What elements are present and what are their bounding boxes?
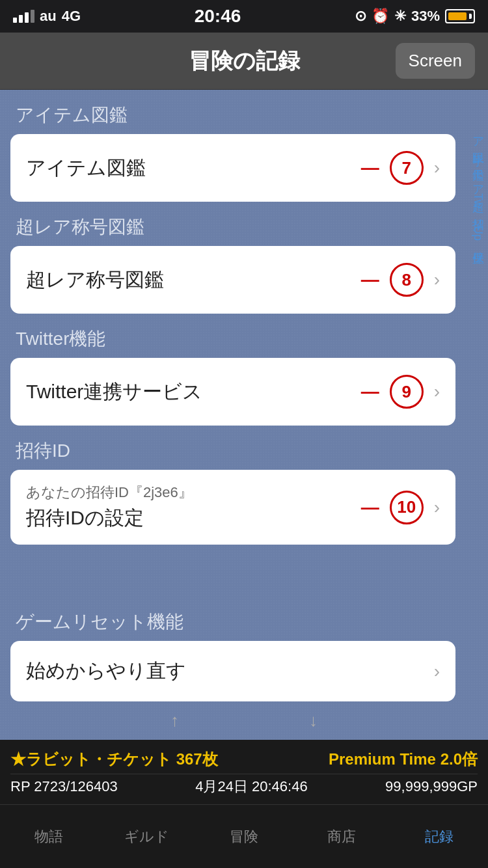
main-content: ア 限 手 レ 鑑 モ ア 超 Tw 招 リ Up 壁 保 アイテム図鑑 アイテ…: [0, 90, 488, 740]
item-zukan-badge: 7: [390, 151, 424, 185]
bottom-row1: ★ラビット・チケット 367枚 Premium Time 2.0倍: [10, 745, 478, 774]
tab-monogatari-label: 物語: [34, 827, 63, 847]
side-index-item[interactable]: ア: [469, 177, 485, 191]
reset-right: ›: [434, 661, 440, 682]
chevron-icon: ›: [434, 661, 440, 682]
scroll-arrows: ↑ ↓: [0, 707, 488, 735]
scroll-up-icon[interactable]: ↑: [170, 711, 179, 731]
status-right: ⊙ ⏰ ✳ 33%: [355, 8, 475, 25]
battery-icon: [445, 9, 475, 23]
tab-adventure[interactable]: 冒険: [195, 805, 293, 868]
battery-percent: 33%: [411, 8, 440, 25]
tab-guild[interactable]: ギルド: [98, 805, 195, 868]
section-header-invite: 招待ID: [0, 426, 488, 470]
section-header-item-zukan: アイテム図鑑: [0, 90, 488, 134]
ticket-info: ★ラビット・チケット 367枚: [10, 749, 218, 770]
list-group-item-zukan: アイテム図鑑 — 7 ›: [10, 134, 455, 202]
list-group-twitter: Twitter連携サービス — 9 ›: [10, 358, 455, 426]
list-item-twitter[interactable]: Twitter連携サービス — 9 ›: [10, 358, 455, 426]
list-item-item-zukan[interactable]: アイテム図鑑 — 7 ›: [10, 134, 455, 202]
chevron-icon: ›: [434, 381, 440, 402]
invite-title: 招待IDの設定: [26, 505, 193, 532]
list-item-rare-title[interactable]: 超レア称号図鑑 — 8 ›: [10, 246, 455, 314]
list-group-reset: 始めからやり直す ›: [10, 641, 455, 701]
nav-bar: 冒険の記録 Screen: [0, 33, 488, 90]
tab-guild-label: ギルド: [124, 827, 169, 847]
invite-dash: —: [361, 497, 379, 518]
scroll-down-icon[interactable]: ↓: [309, 711, 318, 731]
tab-shop[interactable]: 商店: [293, 805, 390, 868]
signal-bars: [13, 10, 34, 23]
status-left: au 4G: [13, 8, 81, 25]
side-index-item[interactable]: ア: [469, 129, 485, 142]
tab-monogatari[interactable]: 物語: [0, 805, 98, 868]
rare-title-badge: 8: [390, 263, 424, 297]
item-zukan-right: — 7 ›: [361, 151, 440, 185]
side-index-item[interactable]: Up: [469, 226, 485, 241]
reset-label: 始めからやり直す: [26, 658, 186, 685]
twitter-dash: —: [361, 381, 379, 402]
tab-bar: 物語 ギルド 冒険 商店 記録: [0, 804, 488, 868]
side-index-item[interactable]: レ: [469, 146, 485, 159]
lock-icon: ⊙: [355, 8, 366, 25]
tab-shop-label: 商店: [327, 827, 356, 847]
alarm-icon: ⏰: [372, 8, 389, 25]
twitter-badge: 9: [390, 375, 424, 409]
gp-info: 99,999,999GP: [385, 778, 478, 795]
list-group-rare-title: 超レア称号図鑑 — 8 ›: [10, 246, 455, 314]
clock: 20:46: [195, 6, 241, 27]
bottom-row2: RP 2723/126403 4月24日 20:46:46 99,999,999…: [10, 774, 478, 799]
date-info: 4月24日 20:46:46: [195, 777, 307, 796]
rare-title-right: — 8 ›: [361, 263, 440, 297]
invite-badge: 10: [390, 491, 424, 524]
item-zukan-dash: —: [361, 157, 379, 178]
tab-record[interactable]: 記録: [390, 805, 488, 868]
ticket-label: ★ラビット・チケット: [10, 750, 172, 768]
page-title: 冒険の記録: [189, 46, 300, 76]
section-header-rare-title: 超レア称号図鑑: [0, 202, 488, 246]
side-index-item[interactable]: リ: [469, 211, 485, 224]
list-item-reset[interactable]: 始めからやり直す ›: [10, 641, 455, 701]
tab-record-label: 記録: [425, 827, 454, 847]
twitter-label: Twitter連携サービス: [26, 379, 202, 405]
invite-right: — 10 ›: [361, 491, 440, 524]
invite-left: あなたの招待ID『2j3e6』 招待IDの設定: [26, 483, 193, 532]
section-header-reset: ゲームリセット機能: [0, 597, 488, 641]
tab-adventure-label: 冒険: [230, 827, 258, 847]
invite-subtitle: あなたの招待ID『2j3e6』: [26, 483, 193, 502]
item-zukan-label: アイテム図鑑: [26, 155, 146, 182]
carrier: au: [40, 8, 57, 25]
list-item-invite[interactable]: あなたの招待ID『2j3e6』 招待IDの設定 — 10 ›: [10, 470, 455, 545]
bottom-info-bar: ★ラビット・チケット 367枚 Premium Time 2.0倍 RP 272…: [0, 740, 488, 804]
screen-button[interactable]: Screen: [396, 43, 475, 79]
bluetooth-icon: ✳: [394, 8, 406, 25]
rare-title-label: 超レア称号図鑑: [26, 267, 164, 293]
chevron-icon: ›: [434, 269, 440, 290]
chevron-icon: ›: [434, 157, 440, 178]
ticket-count: 367枚: [176, 750, 218, 768]
premium-info: Premium Time 2.0倍: [329, 749, 478, 770]
rare-title-dash: —: [361, 269, 379, 290]
section-header-twitter: Twitter機能: [0, 314, 488, 358]
network: 4G: [62, 8, 81, 25]
side-index-item[interactable]: モ: [469, 162, 485, 176]
list-group-invite: あなたの招待ID『2j3e6』 招待IDの設定 — 10 ›: [10, 470, 455, 545]
side-index[interactable]: ア 限 手 レ 鑑 モ ア 超 Tw 招 リ Up 壁 保: [467, 90, 488, 740]
chevron-icon: ›: [434, 497, 440, 518]
status-bar: au 4G 20:46 ⊙ ⏰ ✳ 33%: [0, 0, 488, 33]
rp-info: RP 2723/126403: [10, 778, 118, 795]
side-index-item[interactable]: Tw: [469, 193, 485, 208]
twitter-right: — 9 ›: [361, 375, 440, 409]
